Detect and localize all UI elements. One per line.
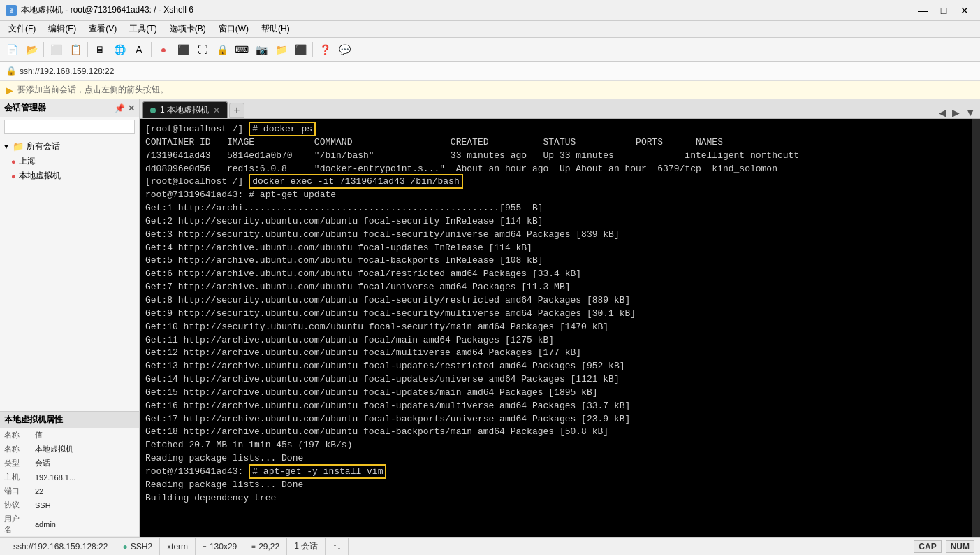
tab-nav-prev[interactable]: ◀ xyxy=(937,107,949,118)
term-line-fetched: Fetched 20.7 MB in 1min 45s (197 kB/s) xyxy=(145,439,966,452)
sidebar-header: 会话管理器 📌 ✕ xyxy=(0,99,139,117)
status-xterm-text: xterm xyxy=(167,542,188,552)
toolbar-sep3 xyxy=(151,42,152,57)
address-bar: 🔒 ssh://192.168.159.128:22 xyxy=(0,62,980,81)
term-line-get12: Get:12 http://archive.ubuntu.com/ubuntu … xyxy=(145,347,966,360)
term-line-get3: Get:3 http://security.ubuntu.com/ubuntu … xyxy=(145,229,966,242)
status-position-icon: ≡ xyxy=(251,542,256,550)
sidebar-close-btn[interactable]: ✕ xyxy=(128,103,135,113)
terminal-with-scroll: [root@localhost /] # docker ps CONTAINER… xyxy=(140,119,980,537)
sidebar-tree: ▼ 📁 所有会话 ● 上海 ● 本地虚拟机 xyxy=(0,136,139,411)
properties-panel: 本地虚拟机属性 名称 值 名称 本地虚拟机 类型 会话 主机 192.168.1… xyxy=(0,411,139,537)
tab-nav-menu[interactable]: ▼ xyxy=(963,107,977,118)
toolbar-fullscreen[interactable]: ⛶ xyxy=(193,41,212,59)
tree-label-all: 所有会话 xyxy=(27,140,60,152)
app-icon: 🖥 xyxy=(6,5,17,16)
term-line-get16: Get:16 http://archive.ubuntu.com/ubuntu … xyxy=(145,400,966,413)
tab-indicator xyxy=(150,108,156,113)
menu-view[interactable]: 查看(V) xyxy=(83,22,122,36)
menu-file[interactable]: 文件(F) xyxy=(3,22,41,36)
address-text: ssh://192.168.159.128:22 xyxy=(20,66,114,76)
toolbar-open[interactable]: 📂 xyxy=(22,41,41,59)
prop-row-user: 用户名 admin xyxy=(0,512,139,537)
toolbar-info[interactable]: 💬 xyxy=(335,41,353,59)
status-address-text: ssh://192.168.159.128:22 xyxy=(13,542,108,552)
status-arrows-text: ↑↓ xyxy=(332,542,341,552)
menu-help[interactable]: 帮助(H) xyxy=(256,22,295,36)
term-line-get7: Get:7 http://archive.ubuntu.com/ubuntu f… xyxy=(145,281,966,294)
maximize-button[interactable]: □ xyxy=(934,2,953,19)
term-line-get13: Get:13 http://archive.ubuntu.com/ubuntu … xyxy=(145,360,966,373)
prop-row-protocol: 协议 SSH xyxy=(0,498,139,512)
toolbar-copy[interactable]: ⬜ xyxy=(47,41,65,59)
toolbar-red[interactable]: ● xyxy=(154,41,173,59)
toolbar-new[interactable]: 📄 xyxy=(3,41,21,59)
toolbar-sep4 xyxy=(312,42,313,57)
toolbar-keyboard[interactable]: ⌨ xyxy=(233,41,251,59)
status-cap: CAP xyxy=(914,540,941,553)
menu-window[interactable]: 窗口(W) xyxy=(213,22,254,36)
properties-title: 本地虚拟机属性 xyxy=(4,415,63,424)
tree-label-local: 本地虚拟机 xyxy=(19,170,61,182)
menu-tools[interactable]: 工具(T) xyxy=(124,22,162,36)
prop-val-host: 192.168.1... xyxy=(31,470,139,484)
prop-val-header: 值 xyxy=(31,428,139,442)
tree-item-all-sessions[interactable]: ▼ 📁 所有会话 xyxy=(0,139,139,154)
prop-row-header: 名称 值 xyxy=(0,428,139,442)
term-line-3: root@71319641ad43: # apt-get update xyxy=(145,189,966,202)
tree-item-local-vm[interactable]: ● 本地虚拟机 xyxy=(0,168,139,183)
minimize-button[interactable]: — xyxy=(913,2,933,19)
term-line-get14: Get:14 http://archive.ubuntu.com/ubuntu … xyxy=(145,373,966,387)
toolbar-font[interactable]: A xyxy=(130,41,148,59)
tree-item-shanghai[interactable]: ● 上海 xyxy=(0,154,139,168)
sidebar-search-input[interactable] xyxy=(4,120,135,134)
sidebar-search-area xyxy=(0,117,139,136)
menu-tabs[interactable]: 选项卡(B) xyxy=(164,22,212,36)
terminal-scrollbar[interactable] xyxy=(972,119,980,537)
properties-table: 名称 值 名称 本地虚拟机 类型 会话 主机 192.168.1... 端口 xyxy=(0,428,139,537)
sidebar-pin-btn[interactable]: 📌 xyxy=(115,103,125,113)
status-bar: ssh://192.168.159.128:22 ● SSH2 xterm ⌐ … xyxy=(0,537,980,555)
prop-key-host: 主机 xyxy=(0,470,31,484)
tab-add-btn[interactable]: + xyxy=(229,103,244,118)
tab-bar: 1 本地虚拟机 ✕ + ◀ ▶ ▼ xyxy=(140,99,980,119)
prop-val-user: admin xyxy=(31,512,139,537)
tab-close-btn[interactable]: ✕ xyxy=(213,106,220,115)
main-layout: 会话管理器 📌 ✕ ▼ 📁 所有会话 ● 上海 ● 本地虚拟机 xyxy=(0,99,980,537)
term-line-apt-install: root@71319641ad43: # apt-get -y install … xyxy=(145,466,966,479)
term-line-2: [root@localhost /] docker exec -it 71319… xyxy=(145,175,966,189)
sidebar-controls[interactable]: 📌 ✕ xyxy=(115,103,135,113)
toolbar-connect[interactable]: 🖥 xyxy=(91,41,109,59)
prop-key-name: 名称 xyxy=(0,442,31,456)
toolbar-lock[interactable]: 🔒 xyxy=(213,41,231,59)
prop-key-type: 类型 xyxy=(0,456,31,470)
tab-label: 1 本地虚拟机 xyxy=(160,104,209,116)
session-icon-local: ● xyxy=(11,172,16,180)
status-ssh2-text: SSH2 xyxy=(131,542,152,552)
toolbar-btn6[interactable]: ⬛ xyxy=(291,41,309,59)
term-line-get10: Get:10 http://security.ubuntu.com/ubuntu… xyxy=(145,321,966,334)
toolbar-btn5[interactable]: ⬛ xyxy=(174,41,192,59)
notif-arrow-icon: ▶ xyxy=(6,85,13,96)
term-line-get6: Get:6 http://archive.ubuntu.com/ubuntu f… xyxy=(145,268,966,281)
tab-nav-next[interactable]: ▶ xyxy=(950,107,962,118)
toolbar-paste[interactable]: 📋 xyxy=(66,41,85,59)
notification-bar: ▶ 要添加当前会话，点击左侧的箭头按钮。 xyxy=(0,81,980,99)
prop-row-name: 名称 本地虚拟机 xyxy=(0,442,139,456)
tab-local-vm[interactable]: 1 本地虚拟机 ✕ xyxy=(142,101,228,118)
toolbar-file-transfer[interactable]: 📁 xyxy=(272,41,290,59)
status-position: ≡ 29,22 xyxy=(244,538,287,555)
term-line-get15: Get:15 http://archive.ubuntu.com/ubuntu … xyxy=(145,387,966,400)
term-line-get18: Get:18 http://archive.ubuntu.com/ubuntu … xyxy=(145,426,966,439)
status-xterm: xterm xyxy=(160,538,196,555)
toolbar-camera[interactable]: 📷 xyxy=(252,41,270,59)
terminal-output[interactable]: [root@localhost /] # docker ps CONTAINER… xyxy=(140,119,972,537)
toolbar-disconnect[interactable]: 🌐 xyxy=(110,41,129,59)
menu-edit[interactable]: 编辑(E) xyxy=(43,22,82,36)
toolbar-help[interactable]: ❓ xyxy=(316,41,334,59)
window-controls[interactable]: — □ ✕ xyxy=(913,2,974,19)
close-button[interactable]: ✕ xyxy=(955,2,974,19)
term-line-building: Building dependency tree xyxy=(145,492,966,505)
folder-icon: 📁 xyxy=(13,141,24,152)
sidebar: 会话管理器 📌 ✕ ▼ 📁 所有会话 ● 上海 ● 本地虚拟机 xyxy=(0,99,140,537)
